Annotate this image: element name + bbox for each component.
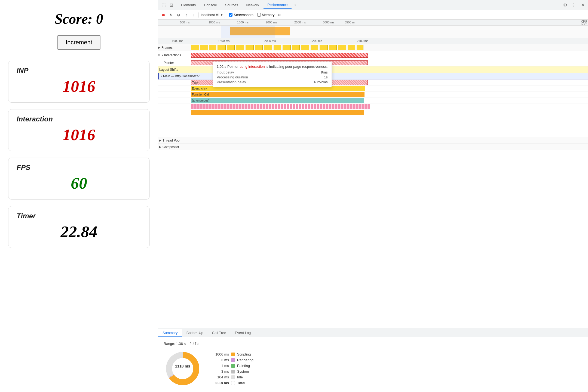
tooltip-duration: 1.02 s <box>217 65 226 69</box>
tab-summary[interactable]: Summary <box>158 329 182 337</box>
settings-icon[interactable]: ⚙ <box>562 2 568 8</box>
tooltip-title: 1.02 s Pointer Long interaction is indic… <box>217 65 328 69</box>
frame-block <box>218 45 226 50</box>
tooltip-input-delay-value: 9ms <box>321 70 328 74</box>
frame-block <box>255 45 263 50</box>
tooltip-input-delay-row: Input delay 9ms <box>217 70 328 74</box>
pointer-interaction-bar[interactable] <box>191 53 368 58</box>
legend-label: Rendering <box>237 358 253 362</box>
legend-row-total: 1118 ms Total <box>213 381 253 385</box>
ruler-tick-2500: 2500 ms <box>294 21 306 24</box>
legend-label: Painting <box>237 364 250 368</box>
legend-row-system: 3 ms System <box>213 369 253 373</box>
pink-block <box>272 104 274 109</box>
legend-ms: 104 ms <box>213 375 229 379</box>
record-button[interactable]: ⏺ <box>160 12 166 18</box>
tab-bottom-up[interactable]: Bottom-Up <box>182 329 208 337</box>
tab-network[interactable]: Network <box>243 1 263 9</box>
frames-label: Frames <box>161 46 173 50</box>
tooltip-processing-value: 1s <box>324 75 328 79</box>
legend-swatch <box>231 381 235 385</box>
pink-block <box>326 104 328 109</box>
inspect-icon[interactable]: ⬚ <box>160 2 167 8</box>
tab-call-tree[interactable]: Call Tree <box>208 329 231 337</box>
flame-ruler: 1600 ms 1800 ms 2000 ms 2200 ms 2400 ms <box>158 38 588 44</box>
interactions-label: Interactions <box>164 53 181 57</box>
memory-checkbox-group: Memory <box>257 13 275 17</box>
tooltip-link[interactable]: Long interaction <box>240 65 265 69</box>
legend-swatch <box>231 370 235 373</box>
flame-tick-2400: 2400 ms <box>357 39 368 42</box>
metric-label: INP <box>17 66 141 75</box>
tooltip-input-delay-label: Input delay <box>217 70 234 74</box>
pink-block <box>359 104 361 109</box>
frame-block <box>209 45 216 50</box>
vertical-line-3 <box>349 38 349 328</box>
function-call-block: Function Call <box>191 92 365 97</box>
legend-row-scripting: 1006 ms Scripting <box>213 352 253 356</box>
flame-tick-1600: 1600 ms <box>172 39 183 42</box>
pink-block <box>224 104 226 109</box>
legend-swatch <box>231 364 235 368</box>
pink-block <box>311 104 313 109</box>
download-button[interactable]: ↓ <box>191 12 197 18</box>
increment-button[interactable]: Increment <box>57 35 100 50</box>
screenshots-checkbox[interactable] <box>229 13 232 17</box>
memory-checkbox[interactable] <box>257 13 261 17</box>
main-expand-arrow[interactable]: ▾ <box>161 75 162 78</box>
pink-block <box>236 104 238 109</box>
donut-chart: 1118 ms <box>164 350 202 388</box>
more-options-icon[interactable]: ⋮ <box>571 2 577 8</box>
frame-block <box>329 45 337 50</box>
tab-console[interactable]: Console <box>200 1 221 9</box>
pink-block <box>293 104 295 109</box>
metric-card-fps: FPS 60 <box>8 158 150 200</box>
legend-swatch <box>231 358 235 362</box>
frame-block <box>264 45 272 50</box>
pink-block <box>218 104 220 109</box>
ruler-tick-3500: 3500 m <box>345 21 355 24</box>
anonymous-row: (anonymous) <box>158 97 588 103</box>
more-tabs-icon[interactable]: » <box>292 2 299 8</box>
legend-label: Scripting <box>237 352 251 356</box>
pink-block <box>332 104 334 109</box>
capture-settings-icon[interactable]: ⚙ <box>276 12 282 18</box>
tab-elements[interactable]: Elements <box>177 1 200 9</box>
reload-record-button[interactable]: ↻ <box>168 12 174 18</box>
flame-chart[interactable]: 1600 ms 1800 ms 2000 ms 2200 ms 2400 ms … <box>158 38 588 328</box>
pink-block <box>335 104 337 109</box>
frames-expand-arrow[interactable]: ▶ <box>158 46 160 49</box>
interactions-expand-arrow[interactable]: ▾ <box>162 54 163 57</box>
pink-block <box>278 104 280 109</box>
tab-performance[interactable]: Performance <box>264 1 291 9</box>
layout-shifts-label: Layout Shifts <box>159 68 178 72</box>
device-toolbar-icon[interactable]: ⊡ <box>168 2 174 8</box>
metric-card-interaction: Interaction 1016 <box>8 109 150 151</box>
metric-card-inp: INP 1016 <box>8 61 150 103</box>
url-selector[interactable]: localhost #1 ▾ <box>198 12 225 18</box>
pink-block <box>362 104 364 109</box>
pink-block <box>305 104 307 109</box>
timeline-overview[interactable]: 500 ms 1000 ms 1500 ms 2000 ms 2500 ms 3… <box>158 20 588 38</box>
upload-button[interactable]: ↑ <box>183 12 189 18</box>
pink-block <box>302 104 304 109</box>
devtools-panel: ⬚ ⊡ Elements Console Sources Network Per… <box>158 0 588 392</box>
compositor-expand-arrow[interactable]: ▶ <box>159 145 161 148</box>
ruler-tick-1500: 1500 ms <box>237 21 249 24</box>
score-title: Score: 0 <box>8 11 150 27</box>
pink-block <box>212 104 215 109</box>
metric-value: 22.84 <box>17 222 141 241</box>
legend-ms: 1006 ms <box>213 352 229 356</box>
close-devtools-icon[interactable]: ✕ <box>579 2 586 8</box>
legend-swatch <box>231 375 235 379</box>
flame-tick-2000: 2000 ms <box>264 39 276 42</box>
pink-block <box>197 104 200 109</box>
clear-button[interactable]: ⊘ <box>176 12 182 18</box>
tab-event-log[interactable]: Event Log <box>231 329 255 337</box>
tab-sources[interactable]: Sources <box>221 1 242 9</box>
thread-pool-expand-arrow[interactable]: ▶ <box>159 139 161 142</box>
frame-block <box>274 45 281 50</box>
pink-block <box>323 104 325 109</box>
pink-block <box>242 104 244 109</box>
legend-label: Idle <box>237 375 243 379</box>
